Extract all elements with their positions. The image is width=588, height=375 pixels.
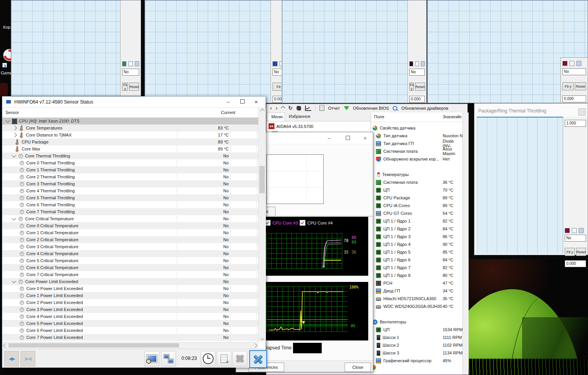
hscrollbar-thumb[interactable] (9, 343, 179, 347)
list-item[interactable]: ЦП 1 / Ядро 684 °C (371, 256, 463, 264)
sensor-row[interactable]: Core 1 Thermal ThrottlingNo (2, 166, 258, 173)
window-small-button[interactable] (578, 108, 586, 116)
legend-swatch-2[interactable] (128, 61, 133, 66)
list-item[interactable]: ЦП 1 / Ядро 585 °C (371, 248, 463, 256)
sensor-row[interactable]: Core 7 Critical TemperatureNo (2, 271, 258, 278)
remote-sensors-button[interactable] (161, 351, 176, 366)
refresh-icon[interactable]: ↻ (288, 105, 293, 111)
list-item[interactable] (371, 310, 463, 318)
legend-swatch-1[interactable] (122, 61, 126, 66)
sensor-row[interactable]: Core 4 Critical TemperatureNo (2, 250, 258, 257)
sensor-row[interactable]: Core Critical TemperatureNo (2, 215, 258, 222)
list-item[interactable]: CPU IA Cores89 °C (371, 202, 463, 209)
sensor-row[interactable]: Core Power Limit ExceededNo (2, 278, 258, 285)
sensor-row[interactable]: Core 2 Critical TemperatureNo (2, 236, 258, 243)
report-button[interactable]: Отчет (328, 106, 340, 111)
list-item[interactable]: CPU GT Cores54 °C (371, 209, 463, 217)
collapse-icon[interactable] (12, 153, 16, 157)
vertical-scrollbar[interactable] (258, 108, 266, 342)
legend-swatch-1[interactable] (409, 61, 413, 66)
sensor-row[interactable]: Core 5 Thermal ThrottlingNo (2, 194, 258, 201)
maximize-icon[interactable] (235, 97, 249, 107)
minimize-icon[interactable]: – (323, 135, 335, 141)
fit-y-button[interactable]: Fit y (565, 248, 575, 256)
sensor-row[interactable]: Core 2 Power Limit ExceededNo (2, 299, 258, 306)
list-item[interactable]: Тип датчикаNuvoton N (371, 132, 463, 140)
legend-swatch-2[interactable] (572, 228, 577, 233)
wizard-icon[interactable] (296, 106, 302, 111)
chart-icon[interactable] (305, 105, 311, 111)
legend-swatch-1[interactable] (565, 228, 570, 233)
column-current[interactable]: Current (221, 110, 235, 115)
expand-icon[interactable] (12, 126, 17, 130)
column-field[interactable]: Поле (374, 114, 384, 119)
driver-update-icon[interactable] (393, 106, 397, 111)
settings-gear-button[interactable] (233, 351, 247, 366)
list-item[interactable]: ЦП1534 RPM (371, 326, 463, 334)
sensor-row[interactable]: Core 7 Power Limit ExceededNo (2, 334, 258, 341)
sensor-row[interactable]: Core 1 Power Limit ExceededNo (2, 292, 258, 299)
desktop-icon-partial[interactable] (0, 83, 8, 97)
list-item[interactable]: Шасси 21102 RPM (371, 341, 463, 349)
sensor-row[interactable]: Core 5 Critical TemperatureNo (2, 257, 258, 264)
list-item[interactable]: Вентиляторы (371, 318, 463, 326)
list-item[interactable]: ЦП70 °C (371, 186, 463, 194)
driver-update-button[interactable]: Обновления драйверов (401, 106, 448, 111)
legend-swatch-2[interactable] (415, 61, 419, 66)
sensor-row[interactable]: Core 0 Thermal ThrottlingNo (2, 159, 258, 166)
list-item[interactable]: Hitachi HDS721050CLA36035 °C (371, 295, 463, 302)
list-item[interactable]: Графический процессор45% (371, 357, 463, 365)
sensor-row[interactable]: Core 4 Thermal ThrottlingNo (2, 187, 258, 194)
fit-y-button[interactable]: Fit y (122, 83, 128, 91)
sensor-row[interactable]: Core Distance to TjMAX17 °C (2, 131, 258, 138)
legend-swatch-3[interactable] (579, 228, 584, 233)
sensor-row[interactable]: Core 3 Thermal ThrottlingNo (2, 180, 258, 187)
list-item[interactable]: ЦП 1 / Ядро 284 °C (371, 225, 463, 233)
sensor-row[interactable]: Core 3 Critical TemperatureNo (2, 243, 258, 250)
minimize-icon[interactable]: – (221, 97, 235, 107)
expand-icon[interactable] (12, 133, 17, 137)
sensor-row[interactable]: CPU Package89 °C (2, 138, 258, 145)
bios-update-button[interactable]: Обновления BIOS (353, 106, 389, 111)
up-icon[interactable] (281, 106, 285, 110)
list-item[interactable]: ЦП 1 / Ядро 880 °C (371, 271, 463, 279)
sensor-row[interactable]: Core 2 Thermal ThrottlingNo (2, 173, 258, 180)
add-report-button[interactable] (217, 351, 231, 366)
monitor-zoom-button[interactable] (145, 351, 159, 366)
sensor-row[interactable]: CPU [#0]: Intel Xeon 2100: DTS (2, 118, 258, 124)
tab-favorites[interactable]: Избранное (285, 112, 310, 121)
list-item[interactable]: Обнаружено вскрытие кор...Нет (371, 155, 463, 163)
list-item[interactable]: Шасси 11111 RPM (371, 334, 463, 341)
list-item[interactable]: Диод ГП34 °C (371, 287, 463, 295)
collapse-icon[interactable] (5, 118, 10, 123)
sensor-row[interactable]: Core 5 Power Limit ExceededNo (2, 320, 258, 327)
legend-swatch-3[interactable] (421, 61, 425, 66)
list-item[interactable]: Системная платаAsus Maxim (371, 147, 463, 155)
sensor-row[interactable]: Core 3 Power Limit ExceededNo (2, 306, 258, 313)
list-item[interactable]: Системная плата36 °C (371, 178, 463, 186)
list-item[interactable]: ЦП 1 / Ядро 782 °C (371, 264, 463, 271)
bios-update-icon[interactable] (344, 106, 349, 110)
nav-back-button[interactable]: ◀▶ (4, 351, 19, 366)
sensor-row[interactable]: Core 6 Thermal ThrottlingNo (2, 201, 258, 208)
cpu-core4-checkbox[interactable] (300, 220, 305, 226)
sensor-row[interactable]: Core 7 Thermal ThrottlingNo (2, 208, 258, 215)
tab-menu[interactable]: Меню (267, 112, 285, 121)
fit-y-button[interactable]: Fit y (562, 82, 574, 90)
legend-swatch-1[interactable] (272, 61, 278, 66)
legend-swatch-3[interactable] (135, 61, 139, 66)
reset-button[interactable]: Reset (575, 82, 586, 90)
sensor-row[interactable]: Core 4 Power Limit ExceededNo (2, 313, 258, 320)
list-item[interactable]: PCH47 °C (371, 279, 463, 287)
close-icon[interactable]: × (359, 135, 371, 141)
list-item[interactable]: Тип датчика ГПDiode (NV- (371, 140, 463, 147)
maximize-icon[interactable] (342, 135, 353, 141)
list-item[interactable]: ЦП 1 / Ядро 386 °C (371, 233, 463, 240)
sensor-row[interactable]: Core 1 Critical TemperatureNo (2, 229, 258, 236)
close-button[interactable]: Close (345, 363, 371, 372)
legend-swatch-1[interactable] (562, 61, 567, 66)
sensor-row[interactable]: Core 6 Power Limit ExceededNo (2, 327, 258, 334)
back-icon[interactable]: ‹ (270, 105, 272, 111)
reset-button[interactable]: Reset (576, 248, 586, 256)
sensor-row[interactable]: Core Temperatures83 °C (2, 124, 258, 131)
